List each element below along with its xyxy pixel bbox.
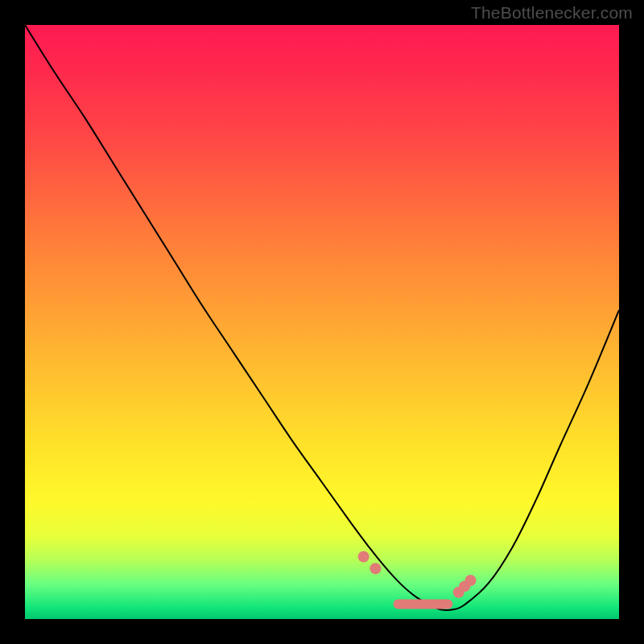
valley-dot bbox=[465, 575, 477, 586]
valley-markers bbox=[358, 551, 477, 609]
chart-frame: TheBottlenecker.com bbox=[0, 0, 644, 644]
plot-area bbox=[25, 25, 619, 619]
plot-svg bbox=[25, 25, 619, 619]
valley-dot bbox=[369, 563, 381, 574]
watermark-text: TheBottlenecker.com bbox=[471, 3, 633, 23]
valley-pill bbox=[394, 600, 453, 609]
valley-dot bbox=[358, 551, 369, 563]
bottleneck-curve bbox=[25, 25, 619, 610]
